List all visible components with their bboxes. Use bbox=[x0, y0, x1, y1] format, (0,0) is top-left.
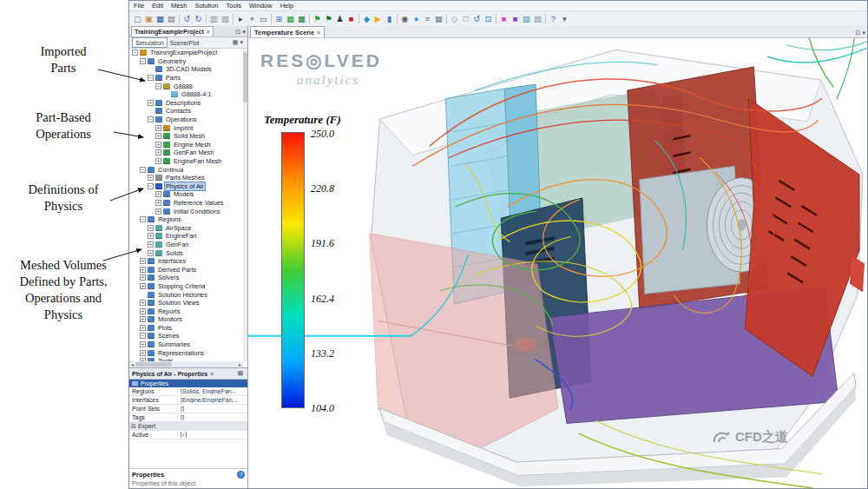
reset-view-icon[interactable]: ↺ bbox=[471, 12, 483, 26]
collapse-icon[interactable]: − bbox=[140, 58, 146, 64]
dock-icon[interactable]: ⊡ bbox=[236, 29, 241, 36]
menu-solution[interactable]: Solution bbox=[194, 2, 218, 10]
expand-icon[interactable]: + bbox=[140, 300, 146, 306]
tree-node-interfaces[interactable]: +Interfaces bbox=[129, 257, 247, 266]
create-scene-icon[interactable]: ⊞ bbox=[273, 12, 285, 26]
close-icon[interactable]: × bbox=[210, 371, 214, 377]
expand-icon[interactable]: + bbox=[140, 283, 146, 289]
tree-node-genfan-mesh[interactable]: +GenFan Mesh bbox=[129, 149, 247, 157]
generate-surface-mesh-icon[interactable]: ▦ bbox=[285, 12, 296, 26]
expand-icon[interactable]: + bbox=[155, 125, 161, 131]
expand-icon[interactable]: + bbox=[155, 158, 161, 164]
new-simulation-icon[interactable]: ▢ bbox=[132, 12, 143, 26]
property-value[interactable]: [Engine/EngineFan... bbox=[178, 397, 247, 403]
tree-horizontal-scrollbar[interactable]: ◂ ▸ bbox=[129, 361, 243, 367]
property-row-interfaces[interactable]: Interfaces [Engine/EngineFan... bbox=[129, 396, 247, 405]
close-icon[interactable]: × bbox=[207, 29, 210, 35]
tree-node-solids[interactable]: +Solids bbox=[129, 248, 247, 257]
dock-icon[interactable]: ⊡ bbox=[856, 30, 861, 36]
chevron-down-icon[interactable]: ▾ bbox=[240, 39, 243, 46]
stop-solver-icon[interactable]: ■ bbox=[345, 12, 357, 26]
tab-temperature-scene[interactable]: Temperature Scene × bbox=[250, 26, 325, 37]
expand-icon[interactable]: + bbox=[148, 100, 154, 106]
menu-mesh[interactable]: Mesh bbox=[171, 2, 187, 10]
step-simulation-icon[interactable]: ▮ bbox=[384, 12, 395, 26]
initialize-solution-icon[interactable]: ◆ bbox=[361, 12, 372, 26]
tree-vertical-scrollbar[interactable] bbox=[243, 49, 247, 361]
tab-training-example-project[interactable]: TrainingExampleProject × bbox=[131, 26, 214, 36]
minimize-icon[interactable]: ⊟ bbox=[238, 370, 243, 377]
tree-node-descriptions[interactable]: +Descriptions bbox=[129, 99, 247, 108]
grid-toggle-icon[interactable]: ▦ bbox=[433, 12, 444, 26]
tree-node-parts[interactable]: −Parts bbox=[129, 74, 247, 83]
menu-window[interactable]: Window bbox=[249, 2, 273, 10]
run-simulation-icon[interactable]: ▶ bbox=[372, 12, 384, 26]
menu-help[interactable]: Help bbox=[280, 2, 293, 10]
tree-node-trainingexampleproject[interactable]: −TrainingExampleProject bbox=[129, 49, 247, 57]
tree-node-g8888[interactable]: −G8888 bbox=[129, 82, 247, 90]
close-icon[interactable]: × bbox=[317, 30, 320, 36]
expand-icon[interactable]: + bbox=[155, 208, 161, 215]
start-flag-icon[interactable]: ⚑ bbox=[312, 12, 323, 26]
scene-canvas[interactable]: RES◎LVED analytics Temperature (F) 250.0… bbox=[248, 38, 867, 488]
tree-node-solid-mesh[interactable]: +Solid Mesh bbox=[129, 132, 247, 141]
undo-icon[interactable]: ↺ bbox=[181, 12, 193, 26]
copy-icon[interactable]: ▥ bbox=[208, 12, 220, 26]
expand-icon[interactable]: + bbox=[155, 133, 161, 139]
tree-node-scenes[interactable]: −Scenes bbox=[129, 332, 247, 340]
property-row-active[interactable]: Active ✓ bbox=[129, 431, 247, 439]
open-simulation-icon[interactable]: ▣ bbox=[143, 12, 155, 26]
tree-node-3d-cad-models[interactable]: 3D-CAD Models bbox=[129, 65, 247, 74]
print-icon[interactable]: ▤ bbox=[166, 12, 177, 26]
property-row-point-sets[interactable]: Point Sets [] bbox=[129, 405, 247, 413]
tree-node-operations[interactable]: −Operations bbox=[129, 116, 247, 124]
background-color-icon[interactable]: ▧ bbox=[532, 12, 543, 26]
generate-volume-mesh-icon[interactable]: ▩ bbox=[296, 12, 307, 26]
snapshot-icon[interactable]: ● bbox=[411, 12, 422, 26]
expand-icon[interactable]: + bbox=[148, 250, 154, 256]
view-front-icon[interactable]: □ bbox=[460, 12, 471, 26]
tree-node-enginefan-mesh[interactable]: +EngineFan Mesh bbox=[129, 157, 247, 166]
view-iso-icon[interactable]: ◇ bbox=[449, 12, 460, 26]
chevron-down-icon[interactable]: ▾ bbox=[242, 29, 246, 36]
probe-tool-icon[interactable]: ⌖ bbox=[247, 12, 258, 26]
tree-node-summaries[interactable]: +Summaries bbox=[129, 340, 247, 349]
tree-node-models[interactable]: +Models bbox=[129, 190, 247, 199]
collapse-icon[interactable]: − bbox=[148, 183, 154, 189]
tree-node-genfan[interactable]: +GenFan bbox=[129, 241, 247, 249]
scene-plot-view-button[interactable]: Scene/Plot bbox=[170, 40, 200, 46]
expand-icon[interactable]: + bbox=[155, 191, 161, 197]
help-icon[interactable]: ? bbox=[548, 12, 559, 26]
expand-icon[interactable]: + bbox=[140, 316, 146, 322]
measure-icon[interactable]: ≡ bbox=[422, 12, 433, 26]
tree-node-reports[interactable]: +Reports bbox=[129, 307, 247, 315]
expert-group-row[interactable]: ⊟ Expert bbox=[129, 422, 247, 431]
collapse-icon[interactable]: − bbox=[132, 50, 138, 56]
redo-icon[interactable]: ↻ bbox=[193, 12, 204, 26]
tree-node-regions[interactable]: −Regions bbox=[129, 215, 247, 224]
run-person-icon[interactable]: ♟ bbox=[334, 12, 345, 26]
simulation-view-button[interactable]: Simulation bbox=[132, 37, 168, 48]
expand-icon[interactable]: + bbox=[148, 233, 154, 239]
expand-icon[interactable]: + bbox=[155, 200, 161, 206]
help-icon[interactable]: ? bbox=[237, 471, 245, 479]
collapse-icon[interactable]: − bbox=[148, 116, 154, 122]
checkpoint-flag-icon[interactable]: ⚑ bbox=[323, 12, 334, 26]
property-row-regions[interactable]: Regions [Solids, EngineFan... bbox=[129, 387, 247, 396]
color-swatch-pink-icon[interactable]: ■ bbox=[498, 12, 510, 26]
tree-node-physics-of-air[interactable]: −Physics of Air bbox=[129, 182, 247, 191]
color-swatch-purple-icon[interactable]: ■ bbox=[510, 12, 521, 26]
tree-node-representations[interactable]: +Representations bbox=[129, 348, 247, 357]
tree-node-derived-parts[interactable]: +Derived Parts bbox=[129, 265, 247, 274]
tree-node-continua[interactable]: −Continua bbox=[129, 165, 247, 174]
expand-icon[interactable]: + bbox=[140, 258, 146, 264]
collapse-icon[interactable]: − bbox=[140, 216, 146, 222]
paste-icon[interactable]: ▧ bbox=[220, 12, 231, 26]
tree-node-contacts[interactable]: Contacts bbox=[129, 107, 247, 116]
tree-node-reference-values[interactable]: +Reference Values bbox=[129, 199, 247, 208]
texture-icon[interactable]: ▨ bbox=[521, 12, 532, 26]
toolbar-options-icon[interactable]: ▾ bbox=[559, 12, 570, 26]
collapse-icon[interactable]: − bbox=[148, 75, 154, 81]
tree-node-plots[interactable]: +Plots bbox=[129, 324, 247, 333]
menu-file[interactable]: File bbox=[134, 2, 144, 10]
